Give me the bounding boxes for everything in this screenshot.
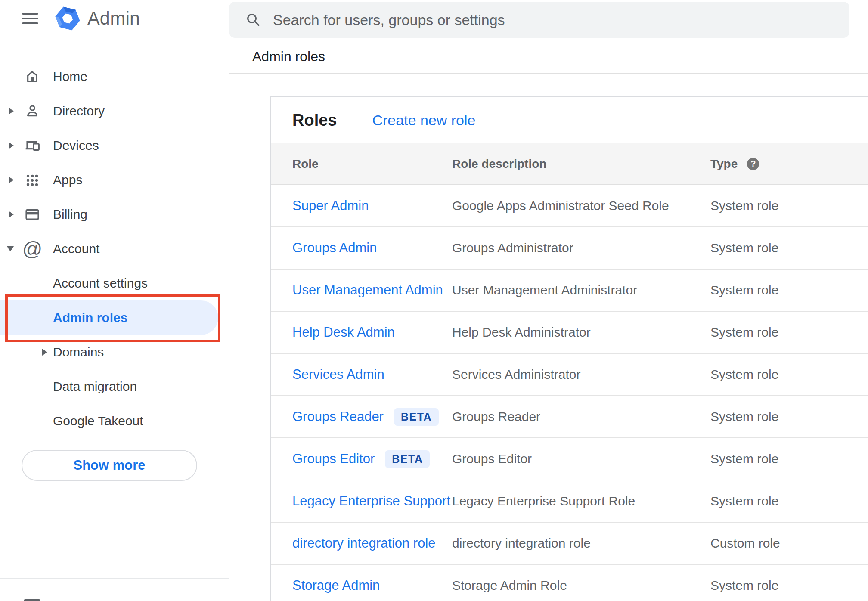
search-input[interactable] [273, 12, 837, 28]
role-link[interactable]: Services Admin [292, 367, 384, 382]
expand-arrow-icon[interactable] [9, 177, 14, 183]
sidebar-item-apps[interactable]: Apps [0, 163, 229, 197]
role-link[interactable]: Groups Admin [292, 240, 377, 256]
role-link[interactable]: Groups Editor [292, 451, 375, 467]
expand-arrow-icon[interactable] [9, 211, 14, 218]
apps-icon [23, 170, 42, 189]
role-description-cell: Groups Editor [452, 452, 710, 466]
app-title: Admin [87, 8, 140, 29]
account-icon: @ [23, 239, 42, 258]
role-link[interactable]: Super Admin [292, 198, 369, 214]
sidebar-item-label: Data migration [53, 379, 137, 394]
expand-arrow-icon[interactable] [9, 108, 14, 115]
sidebar-item-account[interactable]: @Account [0, 232, 229, 266]
directory-icon [23, 102, 42, 121]
sidebar-item-label: Directory [53, 104, 105, 118]
sidebar-item-label: Devices [53, 138, 99, 153]
sidebar-item-account-settings[interactable]: Account settings [0, 266, 229, 300]
admin-logo-icon[interactable] [54, 6, 81, 34]
role-description-cell: User Management Administrator [452, 283, 710, 297]
table-body: Super AdminGoogle Apps Administrator See… [271, 185, 868, 601]
role-cell: Groups ReaderBETA [292, 408, 452, 426]
sidebar-item-label: Home [53, 69, 87, 84]
table-header-row: Role Role description Type ? [271, 143, 868, 185]
search-bar[interactable] [229, 2, 849, 38]
sidebar: Admin HomeDirectoryDevicesAppsBilling@Ac… [0, 0, 229, 601]
role-link[interactable]: Help Desk Admin [292, 325, 395, 340]
table-row: Groups ReaderBETAGroups ReaderSystem rol… [271, 396, 868, 438]
menu-icon[interactable] [22, 12, 38, 25]
role-description-cell: Legacy Enterprise Support Role [452, 494, 710, 508]
column-header-type-label: Type [710, 157, 738, 171]
roles-card: Roles Create new role Role Role descript… [270, 96, 868, 601]
show-more-button[interactable]: Show more [22, 450, 197, 481]
role-cell: directory integration role [292, 536, 452, 551]
sidebar-divider [0, 578, 229, 579]
sidebar-item-devices[interactable]: Devices [0, 128, 229, 163]
expand-arrow-icon[interactable] [9, 142, 14, 149]
table-row: Groups AdminGroups AdministratorSystem r… [271, 227, 868, 270]
role-description-cell: Groups Reader [452, 409, 710, 424]
create-new-role-link[interactable]: Create new role [372, 112, 475, 129]
sidebar-item-label: Google Takeout [53, 414, 143, 428]
sidebar-item-label: Domains [53, 345, 104, 359]
help-icon[interactable]: ? [747, 158, 759, 170]
collapse-arrow-icon[interactable] [7, 246, 14, 251]
role-cell: Help Desk Admin [292, 325, 452, 340]
table-row: Groups EditorBETAGroups EditorSystem rol… [271, 438, 868, 480]
sidebar-item-label: Billing [53, 207, 87, 222]
role-link[interactable]: directory integration role [292, 536, 436, 551]
breadcrumb: Admin roles [252, 49, 325, 65]
role-description-cell: Groups Administrator [452, 241, 710, 255]
sidebar-item-label: Account [53, 242, 99, 256]
table-row: Help Desk AdminHelp Desk AdministratorSy… [271, 312, 868, 354]
sidebar-item-directory[interactable]: Directory [0, 94, 229, 128]
sidebar-item-billing[interactable]: Billing [0, 197, 229, 232]
role-type-cell: System role [710, 283, 868, 297]
role-cell: Services Admin [292, 367, 452, 382]
table-row: Legacy Enterprise SupportLegacy Enterpri… [271, 480, 868, 523]
show-more-label: Show more [73, 458, 145, 473]
sidebar-item-home[interactable]: Home [0, 59, 229, 94]
role-type-cell: System role [710, 241, 868, 255]
role-cell: Legacy Enterprise Support [292, 493, 452, 509]
table-row: Super AdminGoogle Apps Administrator See… [271, 185, 868, 227]
sidebar-item-label: Account settings [53, 276, 148, 291]
role-type-cell: System role [710, 198, 868, 213]
role-description-cell: Storage Admin Role [452, 578, 710, 593]
role-link[interactable]: User Management Admin [292, 282, 443, 298]
role-type-cell: System role [710, 452, 868, 466]
role-link[interactable]: Groups Reader [292, 409, 384, 424]
sidebar-header: Admin [0, 0, 229, 41]
devices-icon [23, 136, 42, 155]
role-link[interactable]: Legacy Enterprise Support [292, 493, 450, 509]
role-type-cell: Custom role [710, 536, 868, 551]
role-cell: Super Admin [292, 198, 452, 214]
table-row: Storage AdminStorage Admin RoleSystem ro… [271, 565, 868, 601]
role-cell: Storage Admin [292, 578, 452, 593]
role-description-cell: directory integration role [452, 536, 710, 551]
beta-badge: BETA [385, 450, 430, 468]
sidebar-item-google-takeout[interactable]: Google Takeout [0, 404, 229, 438]
role-cell: User Management Admin [292, 282, 452, 298]
role-type-cell: System role [710, 578, 868, 593]
sidebar-item-admin-roles[interactable]: Admin roles [0, 300, 229, 335]
search-icon [245, 12, 261, 28]
role-type-cell: System role [710, 367, 868, 382]
sidebar-item-label: Apps [53, 173, 82, 187]
roles-card-header: Roles Create new role [271, 97, 868, 143]
home-icon [23, 67, 42, 86]
role-type-cell: System role [710, 409, 868, 424]
role-cell: Groups Admin [292, 240, 452, 256]
column-header-role-description: Role description [452, 157, 710, 171]
sidebar-item-domains[interactable]: Domains [0, 335, 229, 369]
role-type-cell: System role [710, 494, 868, 508]
role-link[interactable]: Storage Admin [292, 578, 380, 593]
role-type-cell: System role [710, 325, 868, 340]
sidebar-item-data-migration[interactable]: Data migration [0, 369, 229, 404]
column-header-type: Type ? [710, 157, 868, 171]
expand-arrow-icon[interactable] [42, 349, 47, 356]
card-title: Roles [292, 111, 337, 130]
role-description-cell: Services Administrator [452, 367, 710, 382]
beta-badge: BETA [394, 408, 439, 426]
